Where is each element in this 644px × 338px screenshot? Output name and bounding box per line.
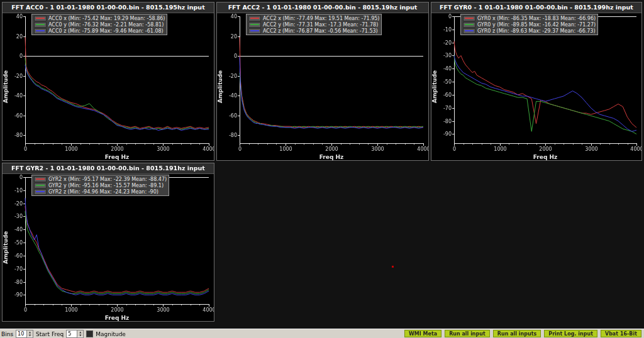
- start-freq-label: Start Freq: [36, 331, 64, 337]
- legend-label: GYR2 z (Min: -94.96 Max: -24.23 Mean: -9…: [48, 189, 158, 195]
- legend-label: GYR0 z (Min: -89.63 Max: -29.37 Mean: -6…: [477, 28, 596, 34]
- start-freq-value[interactable]: 5: [67, 330, 77, 337]
- fft-gyr0-chart: [431, 13, 641, 160]
- plot-area: Amplitude Freq Hz GYR0 x (Min: -86.35 Ma…: [431, 13, 641, 160]
- legend-swatch: [463, 28, 475, 34]
- legend-item: ACC2 y (Min: -77.31 Max: -17.3 Mean: -71…: [248, 21, 379, 28]
- legend-label: GYR2 x (Min: -95.17 Max: -22.39 Mean: -8…: [48, 177, 167, 182]
- legend: ACC2 x (Min: -77.49 Max: 19.51 Mean: -71…: [246, 14, 382, 35]
- legend-swatch: [34, 183, 47, 188]
- start-freq-spin-buttons[interactable]: [77, 330, 83, 337]
- y-axis-label: Amplitude: [431, 70, 438, 103]
- y-axis-label: Amplitude: [217, 70, 223, 103]
- bins-spin-buttons[interactable]: [26, 330, 33, 337]
- legend-item: ACC0 y (Min: -76.32 Max: -2.21 Mean: -58…: [34, 21, 165, 28]
- legend-swatch: [34, 22, 47, 28]
- magnitude-checkbox[interactable]: [86, 330, 93, 337]
- legend-swatch: [248, 16, 261, 21]
- fft-acc0-panel: FFT ACC0 - 1 01-01-1980 01-00-00.bin - 8…: [2, 2, 214, 161]
- plot-area: Amplitude Freq Hz ACC0 x (Min: -75.42 Ma…: [3, 13, 214, 160]
- fft-acc0-chart: [3, 13, 214, 160]
- x-axis-label: Freq Hz: [240, 154, 423, 160]
- bins-label: Bins: [1, 331, 13, 337]
- panel-title: FFT ACC0 - 1 01-01-1980 01-00-00.bin - 8…: [3, 3, 214, 13]
- legend-label: GYR2 y (Min: -95.16 Max: -15.57 Mean: -8…: [48, 183, 164, 188]
- legend: ACC0 x (Min: -75.42 Max: 19.29 Mean: -58…: [31, 14, 167, 35]
- fft-gyr2-panel: FFT GYR2 - 1 01-01-1980 01-00-00.bin - 8…: [2, 163, 214, 322]
- y-axis-label: Amplitude: [3, 70, 9, 103]
- red-pixel-marker: [392, 266, 394, 268]
- wmi-meta-button[interactable]: WMI Meta: [404, 330, 441, 337]
- legend-swatch: [248, 28, 261, 34]
- legend-item: GYR2 z (Min: -94.96 Max: -24.23 Mean: -9…: [34, 188, 167, 195]
- bottom-toolbar: Bins 10 Start Freq 5 Magnitude WMI Meta …: [0, 329, 644, 338]
- y-axis-label: Amplitude: [3, 231, 9, 264]
- legend-swatch: [34, 28, 47, 34]
- legend-swatch: [463, 22, 475, 28]
- legend-label: ACC0 x (Min: -75.42 Max: 19.29 Mean: -58…: [48, 16, 165, 21]
- fft-acc2-panel: FFT ACC2 - 1 01-01-1980 01-00-00.bin - 8…: [216, 2, 429, 161]
- legend-label: ACC2 y (Min: -77.31 Max: -17.3 Mean: -71…: [263, 22, 378, 28]
- print-log-input-button[interactable]: Print Log. input: [544, 330, 597, 337]
- legend-label: GYR0 y (Min: -89.85 Max: -16.42 Mean: -7…: [477, 22, 596, 28]
- legend-item: GYR0 z (Min: -89.63 Max: -29.37 Mean: -6…: [463, 28, 596, 34]
- legend-swatch: [34, 16, 47, 21]
- legend-swatch: [463, 16, 475, 21]
- legend-item: ACC2 z (Min: -76.87 Max: -0.56 Mean: -71…: [248, 28, 379, 34]
- legend-label: ACC2 z (Min: -76.87 Max: -0.56 Mean: -71…: [263, 28, 378, 34]
- plot-area: Amplitude Freq Hz GYR2 x (Min: -95.17 Ma…: [3, 174, 214, 321]
- legend-item: GYR0 x (Min: -86.35 Max: -18.83 Mean: -6…: [463, 15, 596, 21]
- x-axis-label: Freq Hz: [25, 315, 209, 321]
- legend-swatch: [34, 177, 47, 182]
- legend-item: ACC2 x (Min: -77.49 Max: 19.51 Mean: -71…: [248, 15, 379, 21]
- start-freq-spinner[interactable]: 5: [66, 330, 84, 338]
- legend-label: GYR0 x (Min: -86.35 Max: -18.83 Mean: -6…: [477, 16, 596, 21]
- legend-item: ACC0 z (Min: -75.89 Max: -9.46 Mean: -61…: [34, 28, 165, 34]
- legend-item: GYR0 y (Min: -89.85 Max: -16.42 Mean: -7…: [463, 21, 596, 28]
- bins-spinner[interactable]: 10: [16, 330, 33, 338]
- fft-gyr0-panel: FFT GYR0 - 1 01-01-1980 01-00-00.bin - 8…: [431, 2, 642, 161]
- legend-item: GYR2 y (Min: -95.16 Max: -15.57 Mean: -8…: [34, 182, 167, 188]
- fft-acc2-chart: [217, 13, 428, 160]
- legend: GYR0 x (Min: -86.35 Max: -18.83 Mean: -6…: [460, 14, 598, 35]
- legend-label: ACC0 z (Min: -75.89 Max: -9.46 Mean: -61…: [48, 28, 164, 34]
- x-axis-label: Freq Hz: [454, 154, 636, 160]
- run-all-input-button[interactable]: Run all input: [445, 330, 490, 337]
- legend: GYR2 x (Min: -95.17 Max: -22.39 Mean: -8…: [31, 175, 169, 196]
- panel-title: FFT GYR2 - 1 01-01-1980 01-00-00.bin - 8…: [3, 163, 214, 174]
- run-all-inputs-button[interactable]: Run all inputs: [493, 330, 541, 337]
- magnitude-label: Magnitude: [96, 331, 126, 337]
- panel-title: FFT ACC2 - 1 01-01-1980 01-00-00.bin - 8…: [217, 3, 428, 13]
- panel-title: FFT GYR0 - 1 01-01-1980 01-00-00.bin - 8…: [431, 3, 641, 13]
- fft-gyr2-chart: [3, 174, 214, 321]
- legend-swatch: [248, 22, 261, 28]
- spin-down-icon[interactable]: [27, 334, 33, 337]
- x-axis-label: Freq Hz: [25, 154, 209, 160]
- vbat-16bit-button[interactable]: Vbat 16-Bit: [601, 330, 641, 337]
- bins-value[interactable]: 10: [16, 330, 26, 337]
- legend-item: GYR2 x (Min: -95.17 Max: -22.39 Mean: -8…: [34, 176, 167, 182]
- legend-swatch: [34, 189, 47, 195]
- spin-down-icon[interactable]: [77, 334, 83, 337]
- plot-area: Amplitude Freq Hz ACC2 x (Min: -77.49 Ma…: [217, 13, 428, 160]
- legend-label: ACC0 y (Min: -76.32 Max: -2.21 Mean: -58…: [48, 22, 164, 28]
- legend-item: ACC0 x (Min: -75.42 Max: 19.29 Mean: -58…: [34, 15, 165, 21]
- legend-label: ACC2 x (Min: -77.49 Max: 19.51 Mean: -71…: [263, 16, 379, 21]
